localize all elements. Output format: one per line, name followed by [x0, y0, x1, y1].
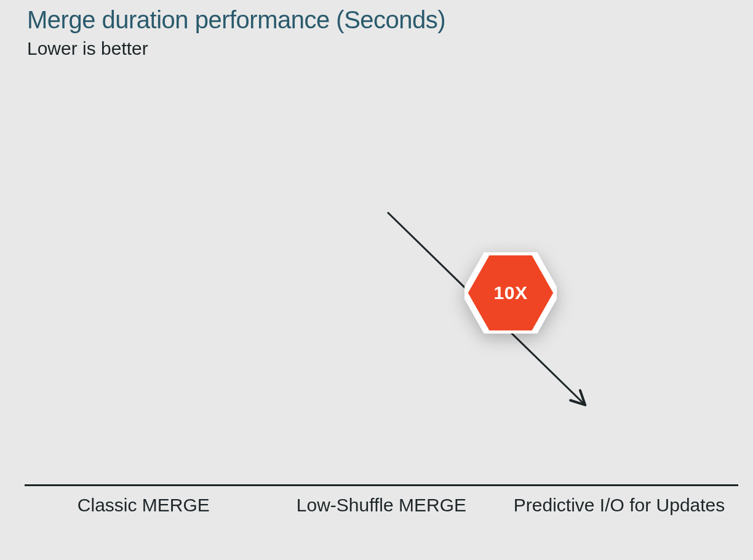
- x-axis-labels: Classic MERGE Low-Shuffle MERGE Predicti…: [25, 487, 738, 517]
- x-axis-line: [25, 484, 738, 486]
- x-label-1: Low-Shuffle MERGE: [263, 487, 501, 517]
- plot-area: 10X: [25, 98, 738, 486]
- chart-subtitle: Lower is better: [27, 38, 148, 59]
- bars-container: [25, 98, 738, 484]
- x-label-0: Classic MERGE: [25, 487, 263, 517]
- chart-canvas: Merge duration performance (Seconds) Low…: [0, 0, 753, 560]
- chart-title: Merge duration performance (Seconds): [27, 6, 445, 34]
- x-label-2: Predictive I/O for Updates: [500, 487, 738, 517]
